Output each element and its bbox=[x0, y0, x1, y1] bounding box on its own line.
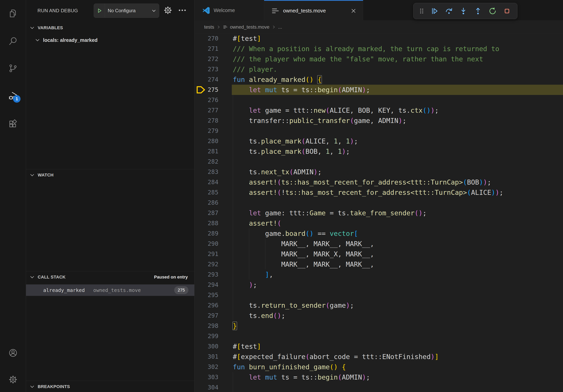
line-number[interactable]: 279 bbox=[203, 126, 218, 136]
code-line[interactable]: 274fun already_marked() { bbox=[195, 74, 563, 85]
code-text[interactable]: #[test] bbox=[233, 33, 261, 44]
line-number[interactable]: 297 bbox=[203, 311, 218, 321]
activity-item-run-and-debug[interactable]: 1 bbox=[0, 87, 26, 106]
code-text[interactable]: ); bbox=[233, 280, 257, 290]
line-number[interactable]: 273 bbox=[203, 64, 218, 74]
line-number[interactable]: 284 bbox=[203, 177, 218, 187]
step-out-button[interactable] bbox=[472, 5, 484, 17]
code-text[interactable]: let game = ttt::new(ALICE, BOB, KEY, ts.… bbox=[233, 105, 439, 116]
code-line[interactable]: 298} bbox=[195, 321, 563, 331]
code-text[interactable]: /// When a position is already marked, t… bbox=[233, 44, 499, 54]
line-number[interactable]: 270 bbox=[203, 33, 218, 44]
code-text[interactable]: ], bbox=[233, 269, 273, 280]
line-number[interactable]: 280 bbox=[203, 136, 218, 146]
code-text[interactable]: MARK__, MARK_X, MARK__, bbox=[233, 249, 374, 259]
line-number[interactable]: 303 bbox=[203, 372, 218, 382]
line-number[interactable]: 272 bbox=[203, 54, 218, 64]
code-line[interactable]: 286 bbox=[195, 197, 563, 208]
code-line[interactable]: 271/// When a position is already marked… bbox=[195, 44, 563, 54]
breakpoints-section-header[interactable]: BREAKPOINTS bbox=[26, 381, 194, 392]
launch-configuration-dropdown[interactable]: No Configura bbox=[94, 3, 159, 18]
code-line[interactable]: 293 ], bbox=[195, 269, 563, 280]
code-line[interactable]: 277 let game = ttt::new(ALICE, BOB, KEY,… bbox=[195, 105, 563, 116]
toolbar-drag-handle[interactable] bbox=[417, 5, 426, 17]
line-number[interactable]: 271 bbox=[203, 44, 218, 54]
activity-item-extensions[interactable] bbox=[0, 115, 26, 133]
line-number[interactable]: 299 bbox=[203, 331, 218, 341]
code-line[interactable]: 292 MARK__, MARK__, MARK__, bbox=[195, 259, 563, 269]
views-and-more-actions-button[interactable] bbox=[178, 0, 187, 21]
line-number[interactable]: 274 bbox=[203, 74, 218, 85]
code-text[interactable]: fun already_marked() { bbox=[233, 74, 321, 85]
step-over-button[interactable] bbox=[443, 5, 455, 17]
activity-item-settings[interactable] bbox=[0, 370, 26, 390]
stop-button[interactable] bbox=[501, 5, 513, 17]
code-text[interactable]: ts.next_tx(ADMIN); bbox=[233, 167, 321, 177]
restart-button[interactable] bbox=[486, 5, 499, 17]
activity-item-account[interactable] bbox=[0, 344, 26, 363]
code-line[interactable]: 297 ts.end(); bbox=[195, 311, 563, 321]
code-text[interactable]: ts.place_mark(BOB, 1, 1); bbox=[233, 146, 350, 157]
activity-item-source-control[interactable] bbox=[0, 59, 26, 78]
code-text[interactable]: ts.return_to_sender(game); bbox=[233, 300, 354, 311]
code-line[interactable]: 295 bbox=[195, 290, 563, 300]
code-line[interactable]: 270#[test] bbox=[195, 33, 563, 44]
code-line[interactable]: 301#[expected_failure(abort_code = ttt::… bbox=[195, 352, 563, 362]
code-text[interactable]: } bbox=[233, 321, 237, 331]
line-number[interactable]: 291 bbox=[203, 249, 218, 259]
activity-item-explorer[interactable] bbox=[0, 4, 26, 23]
line-number[interactable]: 287 bbox=[203, 208, 218, 218]
line-number[interactable]: 290 bbox=[203, 239, 218, 249]
debug-settings-button[interactable] bbox=[163, 0, 173, 21]
code-text[interactable]: /// player. bbox=[233, 64, 277, 74]
code-line[interactable]: 290 MARK__, MARK__, MARK__, bbox=[195, 239, 563, 249]
code-line[interactable]: 276 bbox=[195, 95, 563, 105]
code-line[interactable]: 284 assert!(ts::has_most_recent_for_addr… bbox=[195, 177, 563, 187]
call-stack-frame-row[interactable]: already_marked owned_tests.move 275 bbox=[26, 284, 194, 296]
line-number[interactable]: 298 bbox=[203, 321, 218, 331]
line-number[interactable]: 300 bbox=[203, 341, 218, 352]
code-line[interactable]: 281 ts.place_mark(BOB, 1, 1); bbox=[195, 146, 563, 157]
code-line[interactable]: 279 bbox=[195, 126, 563, 136]
code-text[interactable]: fun burn_unfinished_game() { bbox=[233, 362, 346, 372]
code-text[interactable]: MARK__, MARK__, MARK__, bbox=[233, 259, 374, 269]
line-number[interactable]: 292 bbox=[203, 259, 218, 269]
code-line[interactable]: 296 ts.return_to_sender(game); bbox=[195, 300, 563, 311]
code-line[interactable]: 294 ); bbox=[195, 280, 563, 290]
code-line[interactable]: 273/// player. bbox=[195, 64, 563, 74]
breadcrumb-item-tests[interactable]: tests bbox=[204, 24, 214, 30]
breadcrumb-item-symbol[interactable]: ... bbox=[278, 24, 282, 30]
code-line[interactable]: 291 MARK__, MARK_X, MARK__, bbox=[195, 249, 563, 259]
line-number[interactable]: 301 bbox=[203, 352, 218, 362]
line-number[interactable]: 283 bbox=[203, 167, 218, 177]
code-text[interactable]: MARK__, MARK__, MARK__, bbox=[233, 239, 374, 249]
variables-section-header[interactable]: VARIABLES bbox=[26, 22, 194, 34]
code-text[interactable]: ts.end(); bbox=[233, 311, 285, 321]
code-line[interactable]: 282 bbox=[195, 157, 563, 167]
code-text[interactable]: game.board() == vector[ bbox=[233, 228, 358, 239]
code-line[interactable]: 283 ts.next_tx(ADMIN); bbox=[195, 167, 563, 177]
code-line[interactable]: 278 transfer::public_transfer(game, ADMI… bbox=[195, 116, 563, 126]
code-text[interactable]: #[expected_failure(abort_code = ttt::ENo… bbox=[233, 352, 439, 362]
step-into-button[interactable] bbox=[457, 5, 470, 17]
breadcrumb-item-file[interactable]: owned_tests.move bbox=[230, 24, 269, 30]
line-number[interactable]: 276 bbox=[203, 95, 218, 105]
code-line[interactable]: 304 bbox=[195, 382, 563, 392]
line-number[interactable]: 288 bbox=[203, 218, 218, 228]
code-line[interactable]: 303 let mut ts = ts::begin(ADMIN); bbox=[195, 372, 563, 382]
code-line[interactable]: 287 let game: ttt::Game = ts.take_from_s… bbox=[195, 208, 563, 218]
line-number[interactable]: 289 bbox=[203, 228, 218, 239]
code-text[interactable]: assert!(!ts::has_most_recent_for_address… bbox=[233, 187, 503, 197]
line-number[interactable]: 275 bbox=[203, 85, 218, 95]
code-text[interactable]: assert!( bbox=[233, 218, 281, 228]
tab-owned-tests-move[interactable]: owned_tests.move bbox=[264, 0, 363, 21]
line-number[interactable]: 286 bbox=[203, 197, 218, 208]
code-text[interactable]: transfer::public_transfer(game, ADMIN); bbox=[233, 116, 406, 126]
tab-welcome[interactable]: Welcome bbox=[195, 0, 264, 21]
code-line[interactable]: 272/// the player who made the "false" m… bbox=[195, 54, 563, 64]
code-text[interactable]: let mut ts = ts::begin(ADMIN); bbox=[233, 372, 370, 382]
code-editor[interactable]: 270#[test]271/// When a position is alre… bbox=[195, 33, 563, 392]
line-number[interactable]: 293 bbox=[203, 269, 218, 280]
line-number[interactable]: 282 bbox=[203, 157, 218, 167]
code-text[interactable]: ts.place_mark(ALICE, 1, 1); bbox=[233, 136, 358, 146]
